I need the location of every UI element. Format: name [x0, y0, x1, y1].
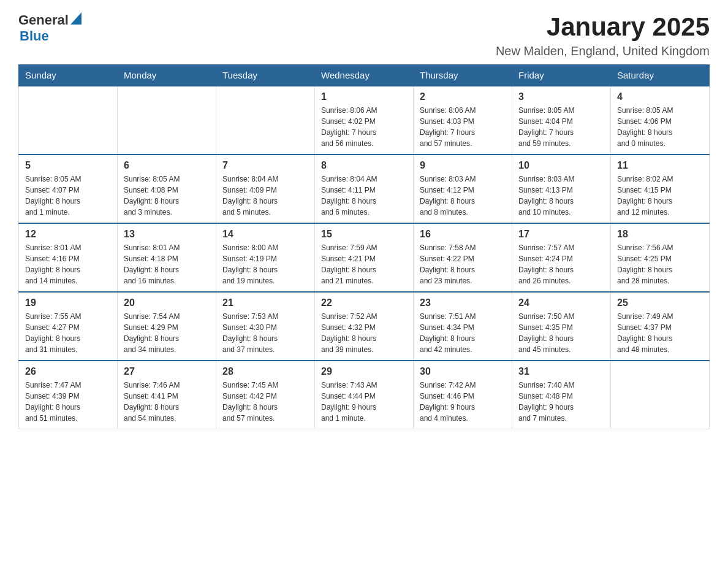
day-info: Sunrise: 8:01 AM Sunset: 4:18 PM Dayligh… — [124, 242, 210, 286]
day-info: Sunrise: 8:05 AM Sunset: 4:07 PM Dayligh… — [25, 174, 111, 218]
table-row: 25Sunrise: 7:49 AM Sunset: 4:37 PM Dayli… — [611, 292, 710, 361]
day-of-week-header: Wednesday — [315, 65, 414, 86]
table-row: 18Sunrise: 7:56 AM Sunset: 4:25 PM Dayli… — [611, 223, 710, 292]
table-row: 26Sunrise: 7:47 AM Sunset: 4:39 PM Dayli… — [19, 361, 118, 429]
day-number: 13 — [124, 229, 210, 240]
day-number: 1 — [321, 91, 407, 102]
day-info: Sunrise: 7:57 AM Sunset: 4:24 PM Dayligh… — [518, 242, 604, 286]
table-row: 17Sunrise: 7:57 AM Sunset: 4:24 PM Dayli… — [512, 223, 611, 292]
table-row: 2Sunrise: 8:06 AM Sunset: 4:03 PM Daylig… — [414, 86, 512, 155]
calendar-table: SundayMondayTuesdayWednesdayThursdayFrid… — [18, 64, 710, 429]
table-row — [118, 86, 216, 155]
table-row: 21Sunrise: 7:53 AM Sunset: 4:30 PM Dayli… — [216, 292, 315, 361]
table-row — [611, 361, 710, 429]
table-row: 15Sunrise: 7:59 AM Sunset: 4:21 PM Dayli… — [315, 223, 414, 292]
table-row: 8Sunrise: 8:04 AM Sunset: 4:11 PM Daylig… — [315, 155, 414, 223]
day-number: 2 — [420, 91, 506, 102]
day-number: 19 — [25, 297, 111, 308]
calendar-week-row: 1Sunrise: 8:06 AM Sunset: 4:02 PM Daylig… — [19, 86, 710, 155]
table-row: 27Sunrise: 7:46 AM Sunset: 4:41 PM Dayli… — [118, 361, 216, 429]
title-block: January 2025 New Malden, England, United… — [496, 12, 710, 58]
day-info: Sunrise: 8:04 AM Sunset: 4:09 PM Dayligh… — [222, 174, 308, 218]
day-info: Sunrise: 7:51 AM Sunset: 4:34 PM Dayligh… — [420, 311, 506, 355]
table-row: 10Sunrise: 8:03 AM Sunset: 4:13 PM Dayli… — [512, 155, 611, 223]
day-info: Sunrise: 7:49 AM Sunset: 4:37 PM Dayligh… — [617, 311, 703, 355]
day-number: 22 — [321, 297, 407, 308]
svg-marker-0 — [70, 12, 82, 25]
day-info: Sunrise: 7:45 AM Sunset: 4:42 PM Dayligh… — [222, 380, 308, 424]
day-number: 29 — [321, 366, 407, 377]
day-number: 31 — [518, 366, 604, 377]
day-info: Sunrise: 8:03 AM Sunset: 4:13 PM Dayligh… — [518, 174, 604, 218]
day-info: Sunrise: 7:47 AM Sunset: 4:39 PM Dayligh… — [25, 380, 111, 424]
day-of-week-header: Saturday — [611, 65, 710, 86]
table-row: 23Sunrise: 7:51 AM Sunset: 4:34 PM Dayli… — [414, 292, 512, 361]
table-row: 7Sunrise: 8:04 AM Sunset: 4:09 PM Daylig… — [216, 155, 315, 223]
table-row: 1Sunrise: 8:06 AM Sunset: 4:02 PM Daylig… — [315, 86, 414, 155]
day-number: 27 — [124, 366, 210, 377]
day-number: 6 — [124, 160, 210, 171]
day-number: 25 — [617, 297, 703, 308]
table-row: 30Sunrise: 7:42 AM Sunset: 4:46 PM Dayli… — [414, 361, 512, 429]
table-row: 24Sunrise: 7:50 AM Sunset: 4:35 PM Dayli… — [512, 292, 611, 361]
table-row: 20Sunrise: 7:54 AM Sunset: 4:29 PM Dayli… — [118, 292, 216, 361]
day-number: 3 — [518, 91, 604, 102]
table-row: 28Sunrise: 7:45 AM Sunset: 4:42 PM Dayli… — [216, 361, 315, 429]
page-header: General Blue January 2025 New Malden, En… — [18, 12, 710, 58]
table-row: 19Sunrise: 7:55 AM Sunset: 4:27 PM Dayli… — [19, 292, 118, 361]
day-number: 10 — [518, 160, 604, 171]
day-info: Sunrise: 8:01 AM Sunset: 4:16 PM Dayligh… — [25, 242, 111, 286]
day-number: 11 — [617, 160, 703, 171]
day-info: Sunrise: 7:43 AM Sunset: 4:44 PM Dayligh… — [321, 380, 407, 424]
logo-blue-text: Blue — [20, 28, 49, 44]
day-number: 24 — [518, 297, 604, 308]
calendar-week-row: 19Sunrise: 7:55 AM Sunset: 4:27 PM Dayli… — [19, 292, 710, 361]
day-info: Sunrise: 7:58 AM Sunset: 4:22 PM Dayligh… — [420, 242, 506, 286]
table-row: 13Sunrise: 8:01 AM Sunset: 4:18 PM Dayli… — [118, 223, 216, 292]
day-info: Sunrise: 7:54 AM Sunset: 4:29 PM Dayligh… — [124, 311, 210, 355]
day-of-week-header: Monday — [118, 65, 216, 86]
calendar-week-row: 5Sunrise: 8:05 AM Sunset: 4:07 PM Daylig… — [19, 155, 710, 223]
day-number: 18 — [617, 229, 703, 240]
table-row: 6Sunrise: 8:05 AM Sunset: 4:08 PM Daylig… — [118, 155, 216, 223]
day-info: Sunrise: 7:46 AM Sunset: 4:41 PM Dayligh… — [124, 380, 210, 424]
day-info: Sunrise: 7:52 AM Sunset: 4:32 PM Dayligh… — [321, 311, 407, 355]
table-row: 31Sunrise: 7:40 AM Sunset: 4:48 PM Dayli… — [512, 361, 611, 429]
day-number: 9 — [420, 160, 506, 171]
day-info: Sunrise: 8:05 AM Sunset: 4:06 PM Dayligh… — [617, 105, 703, 149]
table-row: 4Sunrise: 8:05 AM Sunset: 4:06 PM Daylig… — [611, 86, 710, 155]
table-row: 22Sunrise: 7:52 AM Sunset: 4:32 PM Dayli… — [315, 292, 414, 361]
day-number: 7 — [222, 160, 308, 171]
day-number: 15 — [321, 229, 407, 240]
day-number: 26 — [25, 366, 111, 377]
day-info: Sunrise: 7:50 AM Sunset: 4:35 PM Dayligh… — [518, 311, 604, 355]
day-of-week-header: Tuesday — [216, 65, 315, 86]
day-info: Sunrise: 8:05 AM Sunset: 4:04 PM Dayligh… — [518, 105, 604, 149]
day-info: Sunrise: 8:05 AM Sunset: 4:08 PM Dayligh… — [124, 174, 210, 218]
day-number: 5 — [25, 160, 111, 171]
calendar-title: January 2025 — [496, 12, 710, 42]
calendar-location: New Malden, England, United Kingdom — [496, 44, 710, 58]
day-number: 23 — [420, 297, 506, 308]
day-info: Sunrise: 8:06 AM Sunset: 4:02 PM Dayligh… — [321, 105, 407, 149]
logo-triangle-icon — [70, 12, 82, 25]
calendar-header-row: SundayMondayTuesdayWednesdayThursdayFrid… — [19, 65, 710, 86]
day-number: 12 — [25, 229, 111, 240]
calendar-week-row: 12Sunrise: 8:01 AM Sunset: 4:16 PM Dayli… — [19, 223, 710, 292]
table-row: 29Sunrise: 7:43 AM Sunset: 4:44 PM Dayli… — [315, 361, 414, 429]
calendar-week-row: 26Sunrise: 7:47 AM Sunset: 4:39 PM Dayli… — [19, 361, 710, 429]
day-number: 4 — [617, 91, 703, 102]
day-number: 8 — [321, 160, 407, 171]
day-info: Sunrise: 8:00 AM Sunset: 4:19 PM Dayligh… — [222, 242, 308, 286]
table-row: 11Sunrise: 8:02 AM Sunset: 4:15 PM Dayli… — [611, 155, 710, 223]
table-row — [19, 86, 118, 155]
day-of-week-header: Friday — [512, 65, 611, 86]
table-row: 9Sunrise: 8:03 AM Sunset: 4:12 PM Daylig… — [414, 155, 512, 223]
day-of-week-header: Thursday — [414, 65, 512, 86]
day-info: Sunrise: 8:02 AM Sunset: 4:15 PM Dayligh… — [617, 174, 703, 218]
day-info: Sunrise: 8:04 AM Sunset: 4:11 PM Dayligh… — [321, 174, 407, 218]
day-info: Sunrise: 8:03 AM Sunset: 4:12 PM Dayligh… — [420, 174, 506, 218]
day-info: Sunrise: 7:53 AM Sunset: 4:30 PM Dayligh… — [222, 311, 308, 355]
table-row: 3Sunrise: 8:05 AM Sunset: 4:04 PM Daylig… — [512, 86, 611, 155]
day-number: 14 — [222, 229, 308, 240]
